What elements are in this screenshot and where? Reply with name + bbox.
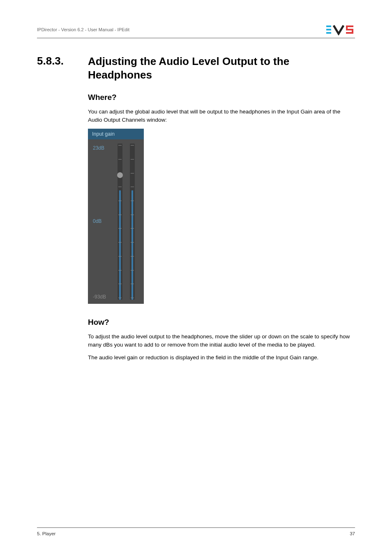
section-title: Adjusting the Audio Level Output to the … [88,55,355,81]
gain-slider-thumb[interactable] [117,172,123,178]
divider [37,527,355,528]
svg-rect-0 [326,25,331,27]
how-p2: The audio level gain or reduction is dis… [88,354,355,362]
input-gain-panel: Input gain 23dB 0dB -93dB [88,129,144,304]
svg-rect-2 [326,32,331,34]
divider [37,38,355,38]
gain-slider-right[interactable] [130,143,135,300]
section-number: 5.8.3. [37,55,78,367]
svg-rect-7 [346,32,353,34]
svg-rect-1 [326,29,331,30]
subheading-how: How? [88,318,355,327]
how-p1: To adjust the audio level output to the … [88,333,355,349]
page-number: 37 [350,531,355,536]
where-text: You can adjust the global audio level th… [88,108,355,124]
breadcrumb: IPDirector - Version 6.2 - User Manual -… [37,27,129,32]
gain-label-mid: 0dB [93,218,101,224]
subheading-where: Where? [88,93,355,102]
footer-chapter: 5. Player [37,531,55,536]
gain-slider-left[interactable] [118,143,122,300]
gain-label-bottom: -93dB [93,294,106,300]
gain-label-top: 23dB [93,145,104,151]
evs-logo [326,24,355,35]
input-gain-header: Input gain [88,129,144,139]
